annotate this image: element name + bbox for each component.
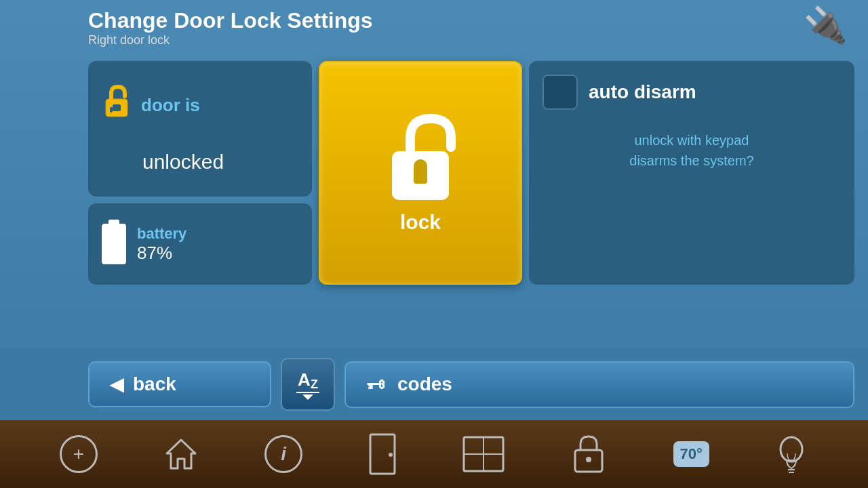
key-icon: 🗝 (366, 373, 385, 396)
thermostat-icon: 70° (673, 441, 709, 467)
home-icon (163, 436, 199, 472)
auto-disarm-card: auto disarm unlock with keypad disarms t… (529, 61, 854, 285)
battery-label: battery (137, 225, 186, 243)
nav-item-light[interactable] (774, 434, 808, 474)
auto-disarm-row: auto disarm (542, 75, 841, 110)
auto-disarm-description: unlock with keypad disarms the system? (542, 130, 841, 171)
add-icon: + (60, 435, 98, 473)
nav-item-lock[interactable] (570, 434, 608, 474)
codes-label: codes (397, 373, 452, 395)
nav-item-door[interactable] (368, 433, 397, 475)
svg-rect-2 (110, 107, 113, 113)
az-sort-button[interactable]: A Z (281, 358, 335, 411)
back-arrow-icon: ◀ (110, 374, 123, 395)
nav-item-info[interactable]: i (264, 435, 302, 473)
auto-disarm-label: auto disarm (589, 81, 696, 103)
nav-item-add[interactable]: + (60, 435, 98, 473)
lock-button[interactable]: lock (319, 61, 522, 285)
info-icon: i (264, 435, 302, 473)
light-icon (774, 434, 808, 474)
back-label: back (133, 373, 176, 395)
auto-disarm-checkbox[interactable] (542, 75, 578, 110)
door-state-value: unlocked (142, 150, 224, 174)
left-column: door is unlocked battery 87% (88, 61, 312, 342)
battery-fill (104, 230, 124, 262)
svg-marker-6 (167, 440, 195, 468)
door-icon (368, 433, 397, 475)
codes-button[interactable]: 🗝 codes (344, 361, 854, 408)
svg-point-13 (586, 457, 591, 462)
back-button[interactable]: ◀ back (88, 361, 271, 407)
battery-icon (102, 224, 126, 264)
cards-container: door is unlocked battery 87% (0, 54, 868, 348)
battery-percent: 87% (137, 243, 186, 264)
window-icon (462, 436, 505, 472)
bottom-nav: + i 7 (0, 420, 868, 488)
lock-nav-icon (570, 434, 608, 474)
nav-item-window[interactable] (462, 436, 505, 472)
battery-card: battery 87% (88, 203, 312, 285)
svg-point-8 (389, 453, 393, 457)
svg-point-14 (781, 437, 802, 462)
padlock-open-icon (380, 112, 461, 207)
battery-info: battery 87% (137, 225, 186, 264)
header-text: Change Door Lock Settings Right door loc… (88, 8, 373, 47)
svg-point-5 (414, 159, 427, 173)
door-is-label: door is (141, 95, 200, 116)
nav-item-thermostat[interactable]: 70° (673, 441, 709, 467)
door-status-card: door is unlocked (88, 61, 312, 197)
door-status-top: door is (102, 84, 200, 126)
lock-open-icon (102, 84, 132, 126)
az-icon: A Z (296, 369, 319, 400)
plug-icon: 🔌 (804, 5, 848, 46)
page-subtitle: Right door lock (88, 33, 373, 47)
action-bar: ◀ back A Z 🗝 codes (0, 348, 868, 420)
page-title: Change Door Lock Settings (88, 8, 373, 33)
lock-button-label: lock (400, 211, 441, 234)
nav-item-home[interactable] (163, 436, 199, 472)
svg-rect-1 (113, 104, 121, 111)
page-header: Change Door Lock Settings Right door loc… (0, 0, 868, 54)
